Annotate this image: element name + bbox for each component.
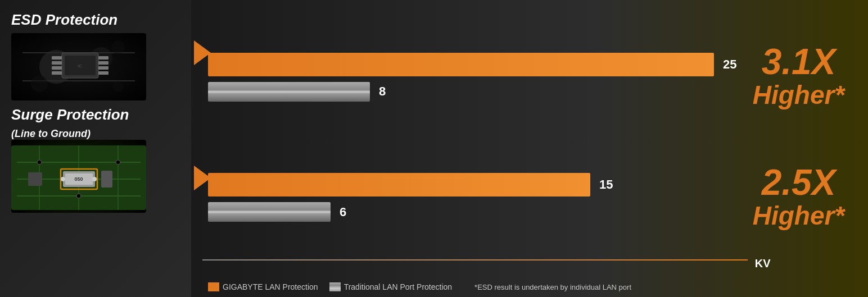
svg-text:IC: IC [78, 63, 82, 68]
svg-point-33 [37, 160, 42, 165]
multiplier1-value: 3.1X [762, 44, 836, 80]
svg-rect-11 [98, 61, 108, 65]
surge-silver-bar-row: 6 [208, 202, 736, 222]
esd-silver-value: 8 [379, 84, 386, 99]
surge-pcb-svg: 050 [11, 140, 146, 213]
surge-title: Surge Protection [11, 106, 186, 124]
esd-orange-bar [208, 53, 714, 76]
surge-orange-value: 15 [599, 177, 613, 192]
legend-swatch-silver [329, 282, 341, 291]
surge-silver-value: 6 [340, 205, 346, 220]
legend: GIGABYTE LAN Protection Traditional LAN … [208, 282, 631, 291]
esd-chip-svg: IC [22, 36, 135, 98]
svg-point-34 [76, 194, 81, 198]
svg-point-15 [31, 75, 48, 92]
esd-bars-section: 25 8 3.1X Higher* [191, 17, 860, 138]
svg-point-35 [116, 160, 120, 165]
surge-section: Surge Protection (Line to Ground) 050 [11, 106, 186, 213]
legend-swatch-orange [208, 282, 219, 291]
svg-rect-9 [52, 71, 62, 75]
surge-orange-bar [208, 173, 590, 197]
multiplier1-label: Higher* [753, 80, 845, 110]
surge-bars-section: 15 6 2.5X Higher* [191, 138, 860, 258]
esd-title: ESD Protection [11, 11, 186, 29]
esd-orange-value: 25 [723, 57, 736, 72]
multiplier2-label: Higher* [753, 200, 845, 231]
esd-silver-bar-row: 8 [208, 82, 736, 102]
svg-rect-13 [98, 71, 108, 75]
svg-point-17 [112, 81, 124, 92]
svg-text:050: 050 [74, 176, 83, 182]
esd-silver-bar [208, 82, 370, 102]
svg-point-29 [61, 177, 65, 181]
surge-silver-bar [208, 202, 331, 222]
x-axis [202, 259, 748, 261]
chart-area: 25 8 3.1X Higher* [191, 0, 868, 297]
surge-bars-wrapper: 15 6 [191, 173, 736, 222]
svg-rect-31 [101, 171, 112, 188]
svg-rect-7 [52, 61, 62, 65]
surge-orange-bar-row: 15 [208, 173, 736, 197]
esd-image: IC [11, 33, 146, 100]
esd-bars-wrapper: 25 8 [191, 53, 736, 102]
kv-label: KV [755, 257, 771, 270]
svg-rect-12 [98, 66, 108, 70]
multiplier2-area: 2.5X Higher* [736, 165, 860, 231]
left-panel: ESD Protection [0, 0, 191, 297]
surge-subtitle: (Line to Ground) [11, 128, 186, 140]
legend-item-gigabyte: GIGABYTE LAN Protection [208, 282, 318, 291]
svg-rect-10 [98, 56, 108, 60]
full-chart: 25 8 3.1X Higher* [191, 17, 860, 258]
svg-rect-32 [28, 172, 42, 186]
svg-rect-6 [52, 56, 62, 60]
legend-label-traditional: Traditional LAN Port Protection [344, 282, 452, 291]
multiplier1-area: 3.1X Higher* [736, 44, 860, 110]
surge-image: 050 [11, 140, 146, 213]
legend-note: *ESD result is undertaken by individual … [474, 283, 631, 291]
svg-point-16 [111, 40, 125, 54]
multiplier2-value: 2.5X [762, 165, 836, 200]
svg-point-30 [92, 177, 97, 181]
svg-rect-8 [52, 66, 62, 70]
esd-orange-bar-row: 25 [208, 53, 736, 76]
esd-section: ESD Protection [11, 11, 186, 100]
legend-item-traditional: Traditional LAN Port Protection [329, 282, 452, 291]
legend-label-gigabyte: GIGABYTE LAN Protection [223, 282, 318, 291]
